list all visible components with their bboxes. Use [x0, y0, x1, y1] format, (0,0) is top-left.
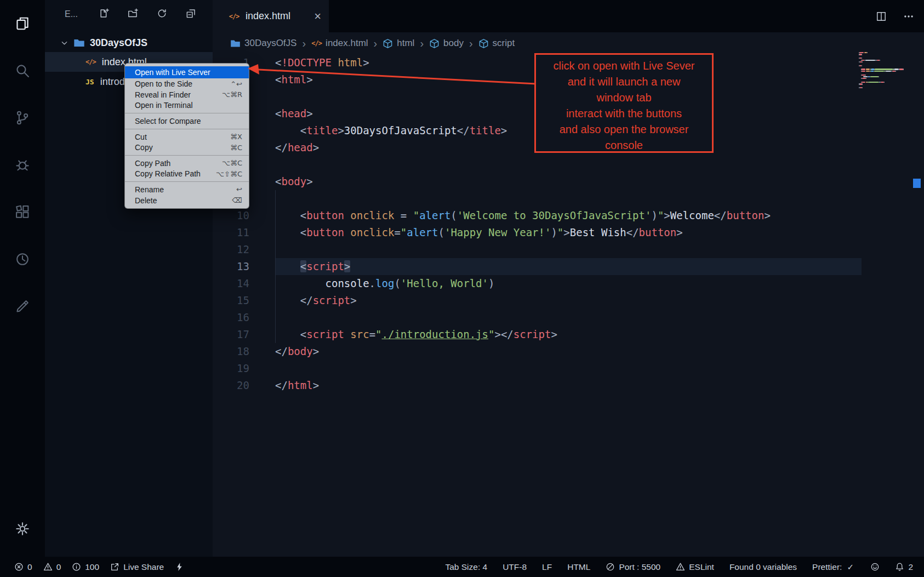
menu-item-open-in-terminal[interactable]: Open in Terminal: [125, 100, 249, 111]
tab-index-html[interactable]: </>index.html×: [213, 0, 329, 32]
activity-search[interactable]: [9, 57, 36, 84]
breadcrumb-item-script[interactable]: script: [478, 38, 515, 49]
info-icon: [72, 562, 81, 572]
menu-separator: [125, 129, 249, 129]
menu-shortcut: ⌥⌘R: [222, 90, 242, 99]
breadcrumb-item-html[interactable]: html: [383, 38, 414, 49]
activity-settings[interactable]: [9, 515, 36, 542]
menu-item-copy-relative-path[interactable]: Copy Relative Path⌥⇧⌘C: [125, 169, 249, 180]
status-item-tab-size-4[interactable]: Tab Size: 4: [445, 562, 487, 572]
activity-source-control[interactable]: [9, 104, 36, 132]
status-item-smiley-icon[interactable]: [870, 562, 880, 572]
code-line-7: 7: [213, 156, 924, 173]
source-control-icon: [14, 110, 31, 126]
new-file-icon: [99, 8, 109, 19]
chevron-down-icon: [60, 39, 69, 47]
files-icon: [14, 15, 31, 32]
symbol-cube-icon: [383, 38, 393, 49]
menu-item-copy[interactable]: Copy⌘C: [125, 142, 249, 153]
bolt-icon: [175, 562, 184, 572]
refresh-icon[interactable]: [157, 8, 167, 21]
menu-item-open-to-the-side[interactable]: Open to the Side⌃↩: [125, 78, 249, 89]
html-code-icon: </>: [228, 10, 240, 22]
breadcrumb-item-body[interactable]: body: [429, 38, 464, 49]
activity-extensions[interactable]: [9, 198, 36, 226]
tab-title: index.html: [246, 10, 290, 22]
line-number: 17: [213, 326, 275, 343]
menu-shortcut: ↩: [236, 185, 242, 193]
activity-run-debug[interactable]: [9, 151, 36, 179]
menu-shortcut: ⌥⌘C: [222, 159, 242, 167]
line-number: 18: [213, 343, 275, 360]
status-item-utf-8[interactable]: UTF-8: [503, 562, 527, 572]
menu-item-cut[interactable]: Cut⌘X: [125, 132, 249, 142]
breadcrumb-item-index-html[interactable]: </>index.html: [311, 38, 368, 49]
new-file-icon[interactable]: [99, 8, 109, 21]
menu-separator: [125, 181, 249, 182]
status-item-eslint[interactable]: ESLint: [676, 562, 714, 572]
status-item-2[interactable]: 2: [895, 562, 913, 572]
symbol-cube-icon: [478, 38, 489, 49]
line-number: 12: [213, 241, 275, 258]
check-icon: ✓: [846, 562, 855, 572]
status-item-0[interactable]: 0: [43, 562, 61, 572]
menu-item-reveal-in-finder[interactable]: Reveal in Finder⌥⌘R: [125, 89, 249, 100]
status-item-port-5500[interactable]: Port : 5500: [606, 562, 660, 572]
symbol-cube-icon: [429, 38, 440, 49]
code-line-11: 11 <button onclick="alert('Happy New Yea…: [213, 224, 924, 241]
line-number: 14: [213, 275, 275, 292]
menu-item-delete[interactable]: Delete⌫: [125, 195, 249, 206]
explorer-title: E...: [65, 9, 78, 19]
split-editor-icon[interactable]: [876, 11, 887, 22]
menu-item-open-with-live-server[interactable]: Open with Live Server: [125, 66, 249, 78]
menu-shortcut: ⌘X: [230, 133, 242, 141]
gear-icon: [14, 521, 31, 537]
status-item-bolt-icon[interactable]: [175, 562, 184, 572]
close-icon[interactable]: ×: [314, 10, 321, 22]
breadcrumb-item-30daysofjs[interactable]: 30DaysOfJS: [230, 38, 296, 49]
activity-edit-session[interactable]: [9, 293, 36, 320]
js-icon: JS: [85, 78, 94, 86]
indent-guide: [275, 190, 276, 343]
code-line-15: 15 </script>: [213, 292, 924, 309]
line-number: 11: [213, 224, 275, 241]
clock-icon: [14, 251, 31, 267]
menu-shortcut: ⌃↩: [230, 80, 242, 88]
code-line-19: 19: [213, 360, 924, 377]
line-number: 19: [213, 360, 275, 377]
status-item-lf[interactable]: LF: [542, 562, 552, 572]
menu-item-rename[interactable]: Rename↩: [125, 184, 249, 195]
new-folder-icon[interactable]: [128, 8, 138, 21]
explorer-header: E...: [45, 0, 213, 28]
scrollbar-marker[interactable]: [913, 179, 921, 188]
activity-timeline[interactable]: [9, 245, 36, 273]
menu-item-copy-path[interactable]: Copy Path⌥⌘C: [125, 158, 249, 169]
status-item-prettier[interactable]: Prettier:✓: [812, 562, 855, 572]
menu-shortcut: ⌫: [232, 196, 242, 204]
status-item-live-share[interactable]: Live Share: [110, 562, 164, 572]
annotation-box: click on open with Live Severand it will…: [534, 53, 714, 153]
line-number: 20: [213, 377, 275, 394]
more-icon[interactable]: [903, 11, 914, 22]
tree-folder-30daysofjs[interactable]: 30DaysOfJS: [45, 34, 213, 52]
menu-shortcut: ⌥⇧⌘C: [216, 170, 242, 178]
folder-icon: [230, 38, 241, 49]
status-item-found-0-variables[interactable]: Found 0 variables: [729, 562, 797, 572]
collapse-all-icon[interactable]: [186, 8, 196, 21]
code-line-17: 17 <script src="./introduction.js"></scr…: [213, 326, 924, 343]
tab-strip: </>index.html×: [213, 0, 329, 32]
minimap[interactable]: [859, 52, 911, 89]
breadcrumb-separator: ›: [374, 37, 378, 50]
folder-label: 30DaysOfJS: [90, 37, 147, 49]
breadcrumb-separator: ›: [469, 37, 473, 50]
status-item-100[interactable]: 100: [72, 562, 99, 572]
status-item-html[interactable]: HTML: [567, 562, 590, 572]
error-icon: [14, 562, 24, 572]
collapse-all-icon: [186, 8, 196, 19]
breadcrumb: 30DaysOfJS›</>index.html›html›body›scrip…: [213, 32, 924, 54]
activity-explorer[interactable]: [9, 10, 36, 37]
menu-item-select-for-compare[interactable]: Select for Compare: [125, 116, 249, 127]
status-item-0[interactable]: 0: [14, 562, 32, 572]
line-number: 10: [213, 207, 275, 224]
activity-bar-bottom: [9, 515, 36, 557]
